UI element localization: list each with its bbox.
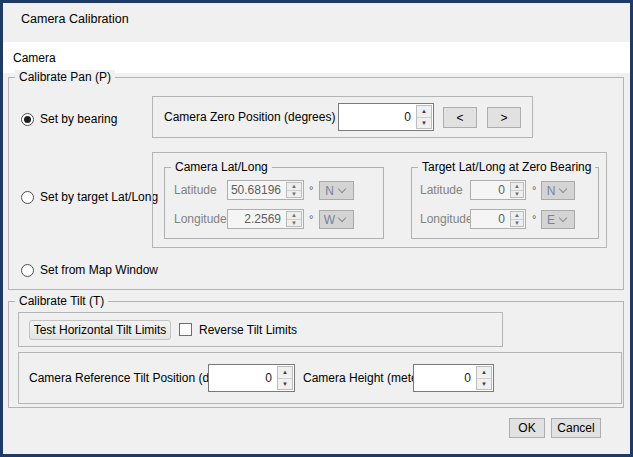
camera-longitude-hemisphere-combo: W — [319, 210, 354, 229]
calibrate-tilt-group-label: Calibrate Tilt (T) — [15, 294, 108, 309]
tilt-position-value[interactable]: 0 — [209, 365, 276, 391]
camera-longitude-spinbox: 2.2569 ▲ ▼ — [227, 209, 304, 229]
tilt-position-spinbox[interactable]: 0 ▲ ▼ — [208, 364, 295, 392]
tilt-values-panel: Camera Reference Tilt Position (degrees)… — [18, 352, 622, 404]
combo-value: N — [542, 184, 560, 198]
camera-latitude-label: Latitude — [174, 180, 217, 200]
camera-zero-spinbox[interactable]: 0 ▲ ▼ — [338, 103, 434, 131]
target-longitude-spinbox: 0 ▲ ▼ — [470, 209, 526, 229]
spin-down-button[interactable]: ▼ — [278, 378, 292, 390]
test-tilt-limits-button[interactable]: Test Horizontal Tilt Limits — [29, 320, 171, 340]
target-latitude-label: Latitude — [420, 180, 463, 200]
window-title: Camera Calibration — [21, 12, 129, 26]
camera-zero-panel: Camera Zero Position (degrees) : 0 ▲ ▼ <… — [152, 96, 533, 138]
spin-up-button[interactable]: ▲ — [477, 367, 491, 378]
latlong-panel: Camera Lat/Long Latitude 50.68196 ▲ ▼ ° … — [152, 152, 607, 248]
calibrate-pan-group-label: Calibrate Pan (P) — [15, 70, 115, 85]
target-latitude-spinbox: 0 ▲ ▼ — [470, 180, 526, 200]
degree-symbol: ° — [532, 180, 536, 200]
pan-step-right-button[interactable]: > — [487, 107, 521, 128]
camera-zero-value[interactable]: 0 — [339, 104, 415, 130]
radio-button-icon[interactable] — [21, 191, 34, 204]
target-latlong-group: Target Lat/Long at Zero Bearing Latitude… — [411, 167, 599, 239]
radio-button-icon[interactable] — [21, 113, 34, 126]
radio-button-icon[interactable] — [21, 264, 34, 277]
camera-latlong-group-label: Camera Lat/Long — [171, 160, 272, 175]
tab-strip: Camera — [3, 42, 630, 73]
combo-value: E — [542, 213, 560, 227]
combo-value: N — [320, 184, 339, 198]
camera-longitude-value: 2.2569 — [228, 210, 285, 228]
radio-set-by-target-label: Set by target Lat/Long — [40, 190, 158, 204]
tilt-test-panel: Test Horizontal Tilt Limits Reverse Tilt… — [18, 312, 503, 347]
camera-latitude-hemisphere-combo: N — [319, 181, 354, 200]
camera-latitude-spin-buttons: ▲ ▼ — [286, 182, 302, 198]
radio-set-by-bearing[interactable]: Set by bearing — [21, 111, 117, 127]
spin-down-button: ▼ — [511, 190, 523, 198]
combo-value: W — [320, 213, 339, 227]
camera-height-spinbox[interactable]: 0 ▲ ▼ — [413, 364, 494, 392]
radio-set-by-target[interactable]: Set by target Lat/Long — [21, 189, 158, 205]
camera-zero-spin-buttons: ▲ ▼ — [416, 105, 432, 129]
target-latitude-hemisphere-combo: N — [541, 181, 575, 200]
camera-latitude-value: 50.68196 — [228, 181, 285, 199]
target-latitude-value: 0 — [471, 181, 509, 199]
target-longitude-spin-buttons: ▲ ▼ — [510, 211, 524, 227]
camera-latitude-spinbox: 50.68196 ▲ ▼ — [227, 180, 304, 200]
spin-up-button[interactable]: ▲ — [417, 106, 431, 117]
tab-camera[interactable]: Camera — [13, 51, 56, 65]
target-latitude-spin-buttons: ▲ ▼ — [510, 182, 524, 198]
degree-symbol: ° — [309, 180, 313, 200]
target-longitude-label: Longitude — [420, 209, 473, 229]
radio-set-from-map[interactable]: Set from Map Window — [21, 262, 158, 278]
cancel-button[interactable]: Cancel — [551, 418, 601, 438]
chevron-down-icon — [338, 214, 346, 222]
chevron-down-icon — [338, 185, 346, 193]
camera-zero-label: Camera Zero Position (degrees) : — [164, 97, 342, 137]
camera-height-spin-buttons: ▲ ▼ — [476, 366, 492, 390]
chevron-down-icon — [559, 185, 567, 193]
target-longitude-value: 0 — [471, 210, 509, 228]
camera-height-value[interactable]: 0 — [414, 365, 475, 391]
spin-down-button[interactable]: ▼ — [417, 117, 431, 129]
target-longitude-hemisphere-combo: E — [541, 210, 575, 229]
spin-down-button[interactable]: ▼ — [477, 378, 491, 390]
camera-latlong-group: Camera Lat/Long Latitude 50.68196 ▲ ▼ ° … — [164, 167, 384, 239]
pan-step-left-button[interactable]: < — [443, 107, 477, 128]
camera-longitude-label: Longitude — [174, 209, 227, 229]
spin-down-button: ▼ — [511, 219, 523, 227]
camera-longitude-spin-buttons: ▲ ▼ — [286, 211, 302, 227]
reverse-tilt-checkbox[interactable] — [179, 323, 192, 336]
camera-calibration-dialog: Camera Calibration Camera Calibrate Pan … — [0, 0, 633, 457]
degree-symbol: ° — [309, 209, 313, 229]
target-latlong-group-label: Target Lat/Long at Zero Bearing — [418, 160, 595, 175]
spin-down-button: ▼ — [287, 190, 301, 198]
spin-up-button[interactable]: ▲ — [278, 367, 292, 378]
degree-symbol: ° — [532, 209, 536, 229]
radio-set-from-map-label: Set from Map Window — [40, 263, 158, 277]
radio-set-by-bearing-label: Set by bearing — [40, 112, 117, 126]
chevron-down-icon — [559, 214, 567, 222]
spin-down-button: ▼ — [287, 219, 301, 227]
tilt-position-spin-buttons: ▲ ▼ — [277, 366, 293, 390]
ok-button[interactable]: OK — [509, 418, 545, 438]
reverse-tilt-label: Reverse Tilt Limits — [199, 313, 297, 346]
